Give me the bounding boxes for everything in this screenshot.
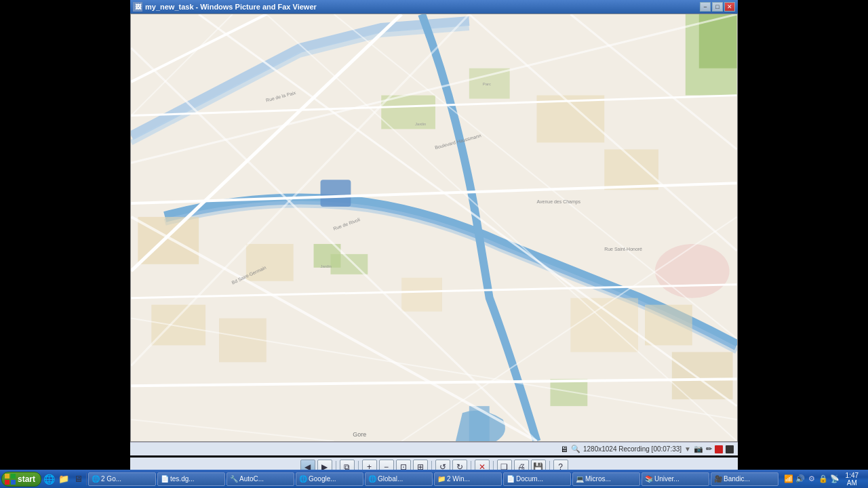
svg-rect-34 — [5, 474, 9, 479]
recording-status: 1280x1024 Recording [00:07:33] — [583, 445, 682, 453]
taskbar-item-3[interactable]: 🌐 Google... — [296, 472, 363, 486]
svg-rect-14 — [604, 149, 658, 190]
tray-icon-1: 📶 — [784, 474, 793, 485]
svg-rect-16 — [645, 305, 692, 346]
windows-logo-icon — [5, 474, 16, 485]
svg-rect-2 — [321, 180, 351, 207]
stop-icon — [726, 445, 734, 453]
camera-icon: 📷 — [694, 445, 703, 453]
svg-rect-37 — [11, 480, 16, 485]
svg-text:Jardin: Jardin — [321, 264, 332, 268]
record-red-icon — [715, 445, 723, 453]
settings-icon: ▼ — [684, 445, 691, 453]
edit-icon: ✏ — [706, 445, 712, 453]
quicklaunch-misc[interactable]: 🖥 — [72, 472, 85, 487]
taskbar-item-7[interactable]: 💻 Micros... — [572, 472, 640, 486]
tray-icon-5: 📡 — [830, 474, 840, 485]
svg-text:Avenue des Champs: Avenue des Champs — [537, 199, 581, 205]
svg-rect-20 — [401, 278, 442, 312]
status-bar: 🖥 🔍 1280x1024 Recording [00:07:33] ▼ 📷 ✏ — [130, 442, 738, 455]
taskbar-item-8[interactable]: 📚 Univer... — [642, 472, 709, 486]
svg-rect-18 — [151, 305, 205, 346]
taskbar-item-6[interactable]: 📄 Docum... — [503, 472, 571, 486]
maximize-button[interactable]: □ — [712, 2, 723, 12]
window-controls: − □ ✕ — [700, 2, 735, 12]
taskbar-item-2[interactable]: 🔧 AutoC... — [226, 472, 294, 486]
close-button[interactable]: ✕ — [724, 2, 735, 12]
svg-rect-36 — [5, 480, 9, 485]
start-label: start — [18, 474, 35, 484]
svg-text:Rue Saint-Honoré: Rue Saint-Honoré — [604, 247, 642, 251]
svg-rect-35 — [11, 474, 16, 479]
app-icon: 🖼 — [133, 2, 142, 12]
quicklaunch-ie[interactable]: 🌐 — [43, 472, 56, 487]
title-bar: 🖼 my_new_task - Windows Picture and Fax … — [130, 0, 738, 14]
tray-icon-2: 🔊 — [795, 474, 805, 485]
tray-icon-4: 🔒 — [818, 474, 828, 485]
system-tray: 📶 🔊 ⚙ 🔒 📡 1:47 AM — [780, 470, 867, 488]
svg-rect-1 — [131, 14, 736, 441]
quicklaunch-folder[interactable]: 📁 — [57, 472, 70, 487]
tray-icon-3: ⚙ — [807, 474, 816, 485]
screen-icon: 🖥 — [560, 445, 568, 454]
taskbar-item-5[interactable]: 📁 2 Win... — [434, 472, 502, 486]
right-black-bar — [738, 0, 868, 470]
minimize-button[interactable]: − — [700, 2, 711, 12]
taskbar-item-1[interactable]: 📄 tes.dg... — [157, 472, 225, 486]
window-title: my_new_task - Windows Picture and Fax Vi… — [145, 3, 317, 11]
svg-rect-17 — [672, 352, 733, 399]
svg-text:Gore: Gore — [353, 431, 366, 438]
svg-rect-5 — [469, 406, 490, 441]
taskbar-item-4[interactable]: 🌐 Global... — [365, 472, 433, 486]
svg-text:Parc: Parc — [483, 82, 491, 86]
clock: 1:47 AM — [842, 472, 863, 487]
map-area: Rue de la Paix Boulevard Haussmann Rue d… — [131, 14, 737, 441]
start-button[interactable]: start — [1, 472, 41, 487]
zoom-icon: 🔍 — [571, 445, 580, 453]
left-black-bar — [0, 0, 130, 470]
window-body: Rue de la Paix Boulevard Haussmann Rue d… — [130, 14, 738, 442]
svg-text:Jardin: Jardin — [415, 122, 426, 126]
taskbar: start 🌐 📁 🖥 🌐 2 Go... 📄 tes.dg... 🔧 Auto… — [0, 470, 868, 488]
taskbar-item-9[interactable]: 🎥 Bandic... — [711, 472, 778, 486]
svg-rect-10 — [550, 379, 587, 406]
taskbar-sep1 — [86, 473, 87, 485]
taskbar-item-0[interactable]: 🌐 2 Go... — [88, 472, 156, 486]
map-svg: Rue de la Paix Boulevard Haussmann Rue d… — [131, 14, 737, 441]
svg-point-21 — [655, 244, 730, 298]
